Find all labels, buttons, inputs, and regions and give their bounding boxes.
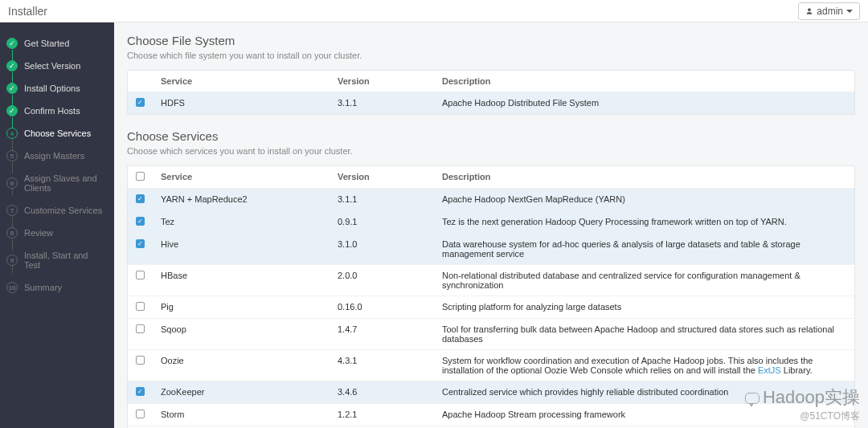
sidebar-item-label: Install Options xyxy=(24,84,80,93)
step-number-icon: 9 xyxy=(6,255,18,266)
service-description: Scripting platform for analyzing large d… xyxy=(434,296,854,319)
table-row[interactable]: Pig0.16.0Scripting platform for analyzin… xyxy=(128,296,854,319)
sidebar-step-review[interactable]: 8Review xyxy=(0,222,114,244)
checkbox[interactable] xyxy=(136,387,145,396)
step-connector xyxy=(12,50,14,61)
svc-panel: Service Version Description YARN + MapRe… xyxy=(127,165,855,428)
service-name: Pig xyxy=(153,296,330,319)
step-number-icon: 7 xyxy=(6,205,18,216)
sidebar-item-label: Confirm Hosts xyxy=(24,106,80,116)
fs-section-title: Choose File System xyxy=(127,34,855,47)
admin-label: admin xyxy=(817,6,843,17)
step-connector xyxy=(12,140,14,151)
service-description: Tez is the next generation Hadoop Query … xyxy=(434,211,854,234)
sidebar-step-assign-slaves-and-clients[interactable]: 6Assign Slaves and Clients xyxy=(0,167,114,199)
fs-section-subtitle: Choose which file system you want to ins… xyxy=(127,51,855,60)
svc-header-check[interactable] xyxy=(128,166,153,189)
sidebar-item-label: Customize Services xyxy=(24,206,102,215)
service-version: 4.3.1 xyxy=(330,350,434,381)
service-version: 3.1.1 xyxy=(330,92,434,115)
sidebar-item-label: Assign Masters xyxy=(24,151,84,161)
service-version: 3.4.6 xyxy=(330,381,434,404)
fs-header-check xyxy=(128,71,153,92)
check-icon xyxy=(6,60,18,71)
check-icon xyxy=(6,105,18,116)
sidebar-item-label: Assign Slaves and Clients xyxy=(24,173,106,193)
service-version: 1.2.1 xyxy=(330,404,434,426)
step-connector xyxy=(12,239,14,251)
checkbox[interactable] xyxy=(136,356,145,365)
check-icon xyxy=(6,83,18,94)
checkbox[interactable] xyxy=(136,98,145,107)
topbar: Installer admin xyxy=(0,0,868,22)
sidebar-step-install-start-and-test[interactable]: 9Install, Start and Test xyxy=(0,244,114,276)
step-number-icon: 8 xyxy=(6,227,18,238)
sidebar: Get StartedSelect VersionInstall Options… xyxy=(0,22,114,428)
checkbox[interactable] xyxy=(136,410,145,418)
description-link[interactable]: ExtJS xyxy=(758,365,781,375)
step-connector xyxy=(12,117,14,128)
sidebar-step-install-options[interactable]: Install Options xyxy=(0,77,114,100)
fs-header-description: Description xyxy=(434,71,854,92)
checkbox[interactable] xyxy=(136,194,145,203)
service-name: Hive xyxy=(153,234,330,265)
table-row[interactable]: HBase2.0.0Non-relational distributed dat… xyxy=(128,265,854,296)
service-name: Oozie xyxy=(153,350,330,381)
checkbox[interactable] xyxy=(136,271,145,279)
checkbox[interactable] xyxy=(136,239,145,248)
fs-table: Service Version Description HDFS3.1.1Apa… xyxy=(128,71,854,114)
svc-section-subtitle: Choose which services you want to instal… xyxy=(127,146,855,156)
svc-header-version: Version xyxy=(330,166,434,189)
table-row[interactable]: Hive3.1.0Data warehouse system for ad-ho… xyxy=(128,234,854,265)
checkbox[interactable] xyxy=(136,324,145,333)
service-name: Storm xyxy=(153,404,330,426)
sidebar-step-assign-masters[interactable]: 5Assign Masters xyxy=(0,145,114,167)
table-row[interactable]: Oozie4.3.1System for workflow coordinati… xyxy=(128,350,854,381)
service-version: 2.0.0 xyxy=(330,265,434,296)
service-description: Data warehouse system for ad-hoc queries… xyxy=(434,234,854,265)
table-row[interactable]: ZooKeeper3.4.6Centralized service which … xyxy=(128,381,854,404)
sidebar-item-label: Summary xyxy=(24,283,62,292)
service-version: 3.1.0 xyxy=(330,234,434,265)
step-connector xyxy=(12,95,14,106)
service-name: YARN + MapReduce2 xyxy=(153,189,330,211)
service-name: Sqoop xyxy=(153,319,330,350)
svc-header-description: Description xyxy=(434,166,854,189)
sidebar-item-label: Install, Start and Test xyxy=(24,251,106,270)
sidebar-step-select-version[interactable]: Select Version xyxy=(0,55,114,77)
check-icon xyxy=(6,38,18,49)
sidebar-step-choose-services[interactable]: 4Choose Services xyxy=(0,122,114,145)
main-content: Choose File System Choose which file sys… xyxy=(114,22,868,428)
step-number-icon: 6 xyxy=(6,177,18,189)
service-version: 3.1.1 xyxy=(330,189,434,211)
sidebar-item-label: Review xyxy=(24,228,53,238)
table-row[interactable]: Storm1.2.1Apache Hadoop Stream processin… xyxy=(128,404,854,426)
table-row[interactable]: YARN + MapReduce23.1.1Apache Hadoop Next… xyxy=(128,189,854,211)
service-description: Non-relational distributed database and … xyxy=(434,265,854,296)
service-version: 0.16.0 xyxy=(330,296,434,319)
sidebar-item-label: Get Started xyxy=(24,39,69,48)
sidebar-step-get-started[interactable]: Get Started xyxy=(0,32,114,55)
service-description: Apache Hadoop Distributed File System xyxy=(434,92,854,115)
check-all-icon[interactable] xyxy=(136,172,145,181)
service-name: HDFS xyxy=(153,92,330,115)
table-row[interactable]: Tez0.9.1Tez is the next generation Hadoo… xyxy=(128,211,854,234)
fs-panel: Service Version Description HDFS3.1.1Apa… xyxy=(127,70,855,115)
admin-dropdown[interactable]: admin xyxy=(798,2,860,20)
service-description: Apache Hadoop Stream processing framewor… xyxy=(434,404,854,426)
service-description: Centralized service which provides highl… xyxy=(434,381,854,404)
fs-header-service: Service xyxy=(153,71,330,92)
svc-header-service: Service xyxy=(153,166,330,189)
checkbox[interactable] xyxy=(136,302,145,311)
sidebar-step-summary[interactable]: 10Summary xyxy=(0,276,114,299)
checkbox[interactable] xyxy=(136,217,145,226)
fs-header-version: Version xyxy=(330,71,434,92)
service-description: Tool for transferring bulk data between … xyxy=(434,319,854,350)
brand-title: Installer xyxy=(8,5,47,18)
table-row[interactable]: Sqoop1.4.7Tool for transferring bulk dat… xyxy=(128,319,854,350)
sidebar-step-customize-services[interactable]: 7Customize Services xyxy=(0,199,114,222)
sidebar-step-confirm-hosts[interactable]: Confirm Hosts xyxy=(0,100,114,122)
sidebar-item-label: Choose Services xyxy=(24,128,91,138)
table-row[interactable]: HDFS3.1.1Apache Hadoop Distributed File … xyxy=(128,92,854,115)
service-name: Tez xyxy=(153,211,330,234)
